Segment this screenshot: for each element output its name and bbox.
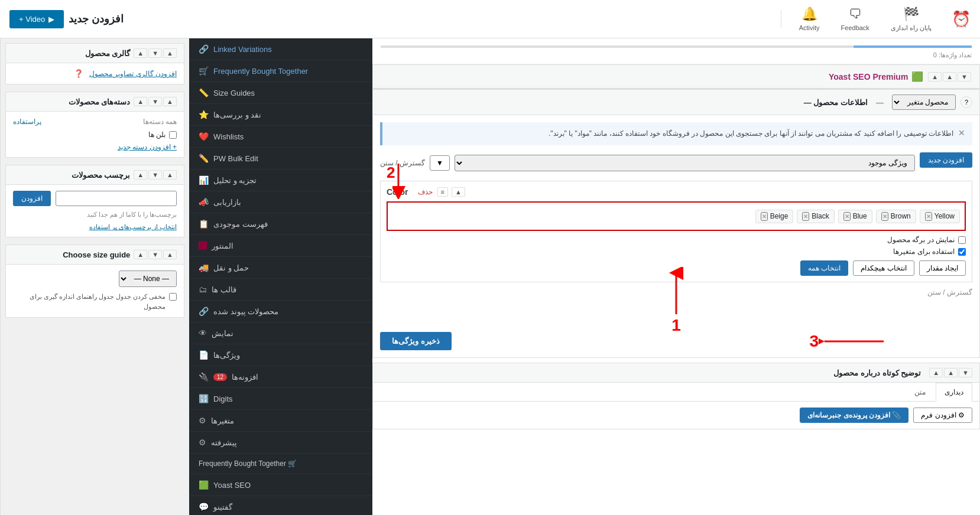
color-up-btn[interactable]: ▲ — [452, 187, 465, 197]
cat-down-btn[interactable]: ▼ — [148, 97, 162, 106]
gallery-add-link[interactable]: افزودن گالری تصاویر محصول — [89, 70, 177, 78]
bln-label: بلن ها — [148, 131, 166, 139]
sidebar-inventory[interactable]: فهرست موجودی 📋 — [189, 213, 372, 235]
product-type-select[interactable]: محصول متغیر — [892, 94, 956, 110]
dark-sidebar: Linked Variations 🔗 Frequently Bought To… — [189, 38, 372, 515]
sidebar-yoast[interactable]: Yoast SEO 🟩 — [189, 474, 372, 496]
yoast-sidebar-icon: 🟩 — [199, 480, 209, 490]
annotation-1: 1 — [664, 316, 688, 335]
gallery-question[interactable]: ❓ — [74, 69, 83, 78]
tag-black: Black ✕ — [797, 210, 834, 223]
sidebar-attributes[interactable]: ویژگی‌ها 📄 — [189, 344, 372, 366]
gallery-up-btn[interactable]: ▲ — [163, 48, 177, 58]
sidebar-display[interactable]: نمایش 👁 — [189, 322, 372, 344]
size-guide-select[interactable]: — None — — [119, 270, 177, 287]
deselect-btn[interactable]: انتخاب هیچکدام — [853, 260, 914, 276]
logo-icon: ⏰ — [952, 10, 971, 28]
visible-row: نمایش در برگه محصول — [387, 236, 966, 244]
sidebar-linked-variations[interactable]: Linked Variations 🔗 — [189, 38, 372, 60]
sidebar-pw-bulk[interactable]: PW Bulk Edit ✏️ — [189, 148, 372, 170]
tab-visual[interactable]: دیداری — [936, 383, 972, 402]
tab-text[interactable]: متن — [906, 383, 934, 402]
sidebar-analytics[interactable]: تجزیه و تحلیل 📊 — [189, 170, 372, 191]
hide-table-label: مخفی کردن جدول جدول راهنمای اندازه گیری … — [13, 292, 166, 311]
cat-expand-controls: ▲ ▼ ▲ — [134, 97, 177, 106]
existing-attr-select[interactable]: ویژگی موجود — [455, 155, 915, 171]
attributes-label: ویژگی‌ها — [213, 351, 240, 360]
visible-checkbox[interactable] — [958, 236, 966, 244]
variation-checkbox[interactable] — [958, 248, 966, 256]
remove-brown-btn[interactable]: ✕ — [881, 212, 888, 221]
hide-table-checkbox[interactable] — [169, 293, 177, 301]
sidebar-size-guides[interactable]: Size Guides 📏 — [189, 82, 372, 104]
add-cat-link[interactable]: + افزودن دسته جدید — [118, 143, 177, 151]
add-related-btn[interactable]: 📎 افزودن پرونده‌ی جنبرسانه‌ای — [800, 408, 908, 423]
linked-products-label: محصولات پیوند شده — [213, 307, 278, 316]
remove-black-btn[interactable]: ✕ — [802, 212, 809, 221]
desc-expand-btn[interactable]: ▲ — [929, 368, 943, 377]
cat-up-btn[interactable]: ▲ — [163, 97, 177, 106]
desc-up-btn[interactable]: ▲ — [944, 368, 958, 377]
notice-close-btn[interactable]: ✕ — [958, 128, 965, 138]
select-all-btn[interactable]: انتخاب همه — [800, 260, 848, 276]
remove-beige-btn[interactable]: ✕ — [761, 212, 768, 221]
expand-collapse-btn[interactable]: ▼ — [430, 155, 450, 171]
tag-blue: Blue ✕ — [838, 210, 872, 223]
add-form-btn[interactable]: ⚙ افزودن فرم — [913, 408, 972, 423]
sidebar-reviews[interactable]: نقد و بررسی‌ها ⭐ — [189, 104, 372, 126]
sidebar-plugins[interactable]: افزونه‌ها 12 🔌 — [189, 366, 372, 388]
sidebar-wishlists[interactable]: Wishlists ❤️ — [189, 126, 372, 148]
product-question-btn[interactable]: ? — [960, 96, 972, 108]
tags-expand-btn[interactable]: ▲ — [134, 170, 147, 180]
remove-blue-btn[interactable]: ✕ — [843, 212, 851, 221]
sidebar-variables[interactable]: متغیرها ⚙ — [189, 410, 372, 432]
setup-item[interactable]: 🏁 پایان راه اندازی — [882, 2, 940, 37]
color-tags-area[interactable]: Yellow ✕ Brown ✕ Blue ✕ — [387, 201, 966, 231]
sidebar-shipping[interactable]: حمل و نقل 🚚 — [189, 257, 372, 279]
sidebar-goftino[interactable]: گفتینو 💬 — [189, 496, 372, 515]
sidebar-digits[interactable]: Digits 🔢 — [189, 388, 372, 410]
tag-yellow: Yellow ✕ — [920, 210, 960, 223]
tags-down-btn[interactable]: ▼ — [148, 170, 162, 180]
sidebar-elementor[interactable]: المنتور 🅴 — [189, 235, 372, 257]
feedback-item[interactable]: 🗨 Feedback — [833, 2, 878, 36]
sidebar-linked-products[interactable]: محصولات پیوند شده 🔗 — [189, 301, 372, 322]
cat-expand-btn[interactable]: ▲ — [134, 97, 147, 106]
fbt-label: Frequently Bought Together — [213, 67, 308, 76]
yoast-sidebar-label: Yoast SEO — [213, 481, 251, 490]
templates-label: قالب ها — [212, 285, 236, 294]
save-attrs-btn[interactable]: ذخیره ویژگی‌ها — [380, 332, 452, 350]
remove-yellow-btn[interactable]: ✕ — [925, 212, 932, 221]
activity-item[interactable]: 🔔 Activity — [791, 2, 828, 36]
categories-widget: ▲ ▼ ▲ دسته‌های محصولات همه دسته‌ها پراست… — [5, 92, 184, 158]
desc-down-btn[interactable]: ▼ — [959, 368, 972, 377]
tag-choose-link[interactable]: انتخاب از برچسب‌های پر استفاده — [89, 223, 177, 230]
size-expand-controls: ▲ ▼ ▲ — [134, 250, 177, 259]
size-guide-body: — None — مخفی کردن جدول جدول راهنمای اند… — [6, 265, 184, 317]
video-button[interactable]: ▶ Video + — [9, 10, 64, 28]
add-attr-btn[interactable]: افزودن جدید — [920, 152, 972, 168]
sidebar-marketing[interactable]: بازاریابی 📣 — [189, 191, 372, 213]
yoast-up-btn2[interactable]: ▲ — [943, 72, 956, 82]
gallery-down-btn[interactable]: ▼ — [148, 48, 162, 58]
bln-checkbox[interactable] — [169, 131, 177, 139]
tags-up-btn[interactable]: ▲ — [163, 170, 177, 180]
create-value-btn[interactable]: ایجاد مقدار — [919, 260, 966, 276]
color-move-btn[interactable]: ≡ — [437, 187, 448, 197]
tag-add-btn[interactable]: افزودن — [13, 191, 51, 206]
video-icon: ▶ — [48, 15, 54, 24]
elementor-icon: 🅴 — [199, 241, 207, 250]
size-up-btn[interactable]: ▲ — [163, 250, 177, 259]
arrow-down-2-icon — [392, 164, 422, 199]
sidebar-fbt[interactable]: Frequently Bought Together 🛒 — [189, 60, 372, 82]
size-down-btn[interactable]: ▼ — [148, 250, 162, 259]
size-expand-btn[interactable]: ▲ — [134, 250, 147, 259]
sidebar-fbt-sub[interactable]: 🛒 Frequently Bought Together — [189, 454, 372, 474]
tag-input[interactable] — [56, 191, 177, 206]
sidebar-templates[interactable]: قالب ها 🗂 — [189, 279, 372, 301]
yoast-expand-btn[interactable]: ▲ — [928, 72, 942, 82]
plugins-label: افزونه‌ها — [232, 373, 258, 382]
yoast-down-btn[interactable]: ▼ — [958, 72, 971, 82]
gallery-expand-btn[interactable]: ▲ — [134, 48, 147, 58]
sidebar-advanced[interactable]: پیشرفته ⚙ — [189, 432, 372, 454]
